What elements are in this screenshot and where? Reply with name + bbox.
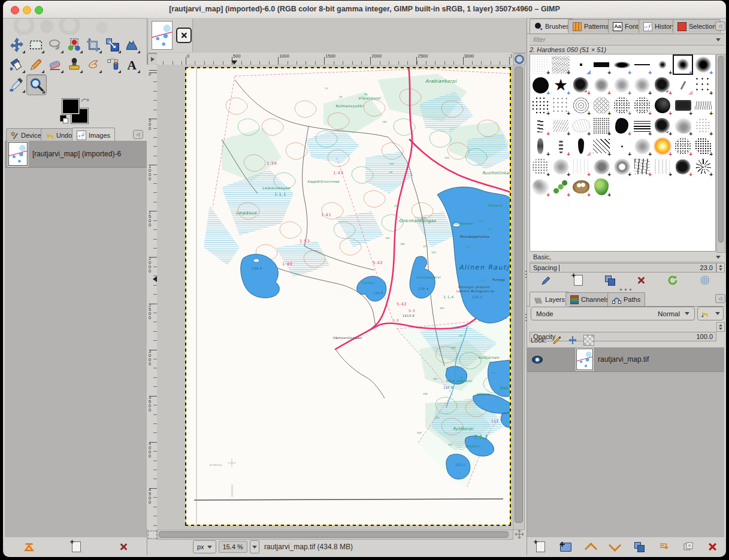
brush-item-splat-soft[interactable]: +: [632, 75, 652, 95]
brush-item-soft-blob[interactable]: +: [632, 136, 652, 156]
image-list-item[interactable]: [rautjarvi_map] (imported)-6: [5, 141, 147, 168]
brush-item-splat-dark[interactable]: +: [652, 75, 673, 95]
brush-item-diag-lines[interactable]: +: [591, 136, 612, 156]
brush-item-pepper[interactable]: +: [591, 177, 612, 197]
duplicate-brush-button[interactable]: [605, 276, 615, 285]
dock-drag-handle[interactable]: [620, 289, 634, 290]
brush-item-rough-rect[interactable]: +: [673, 95, 693, 116]
minimize-window-button[interactable]: [23, 6, 31, 14]
brush-item-hlines[interactable]: +: [632, 116, 652, 136]
delete-brush-button[interactable]: [637, 276, 645, 284]
spacing-spinner[interactable]: [716, 263, 725, 273]
tool-pencil[interactable]: [26, 55, 46, 74]
refresh-brushes-button[interactable]: [667, 275, 678, 286]
brush-item-smoke[interactable]: +: [673, 116, 693, 136]
image-tab-active[interactable]: [149, 19, 193, 52]
brush-item-ring-blob[interactable]: +: [612, 156, 632, 177]
tool-free-select[interactable]: [46, 35, 65, 55]
tool-rectangle-select[interactable]: [26, 35, 46, 55]
brush-item-dot-grid[interactable]: +: [550, 95, 571, 116]
tool-clone[interactable]: [65, 55, 84, 74]
spacing-slider[interactable]: Spacing 23.0: [530, 263, 716, 273]
brush-item-bar[interactable]: +: [591, 55, 612, 75]
tool-bucket-fill[interactable]: [7, 55, 26, 74]
brush-item-speckle[interactable]: +: [673, 136, 693, 156]
default-colors-icon[interactable]: [60, 115, 66, 122]
brush-item-speckle[interactable]: +: [612, 95, 632, 116]
tool-unified-transform[interactable]: [103, 35, 122, 55]
quick-mask-toggle[interactable]: [148, 531, 157, 539]
layer-row[interactable]: rautjarvi_map.tif: [527, 347, 724, 372]
brush-item-figs-faint[interactable]: +: [652, 156, 673, 177]
delete-image-button[interactable]: [119, 543, 128, 551]
new-layer-button[interactable]: [536, 541, 545, 552]
brush-item-soft-s[interactable]: +: [652, 55, 673, 75]
tool-move[interactable]: [7, 35, 26, 55]
brush-preset-dropdown[interactable]: Basic,: [530, 252, 724, 262]
vertical-scrollbar-thumb[interactable]: [515, 66, 523, 523]
brush-item-sun[interactable]: +: [652, 136, 673, 156]
zoom-dropdown-button[interactable]: [250, 540, 259, 553]
dock-menu-button[interactable]: ◁: [133, 130, 143, 139]
brush-item-figures[interactable]: +: [632, 156, 652, 177]
brush-item-blob-tex[interactable]: +: [591, 156, 612, 177]
brush-item-tiny-dot[interactable]: +: [612, 136, 632, 156]
brush-item-fluff[interactable]: +: [530, 177, 550, 197]
vertical-ruler[interactable]: 05 0 01 0 0 01 5 0 02 0 0 02 5 0 03 0 0 …: [147, 65, 158, 529]
brush-item-marks[interactable]: +: [530, 116, 550, 136]
tool-color-picker[interactable]: [7, 74, 26, 94]
opacity-spinner[interactable]: [716, 322, 725, 332]
tab-channels[interactable]: Channels: [565, 292, 613, 306]
tab-paths[interactable]: Paths: [607, 292, 645, 306]
brush-item-figs-faint[interactable]: +: [571, 156, 591, 177]
lock-position-toggle[interactable]: [568, 335, 577, 345]
brush-item-tiny-square[interactable]: [571, 55, 591, 75]
brush-item-ink-streak[interactable]: [571, 136, 591, 156]
divider-grip[interactable]: [525, 270, 527, 278]
horizontal-ruler[interactable]: 0500100015002000250030003500: [157, 53, 512, 65]
brush-item-smear-v[interactable]: +: [530, 136, 550, 156]
title-bar[interactable]: [rautjarvi_map] (imported)-6.0 (RGB colo…: [3, 1, 726, 19]
horizontal-scrollbar-thumb[interactable]: [159, 531, 509, 538]
tab-patterns[interactable]: Patterns: [568, 19, 613, 33]
vertical-scrollbar[interactable]: [513, 65, 525, 530]
brush-item-soft-m[interactable]: +: [673, 55, 693, 75]
brush-item-blob-dark[interactable]: +: [673, 156, 693, 177]
tool-text[interactable]: A: [122, 55, 141, 74]
foreground-color-swatch[interactable]: [62, 99, 79, 114]
lock-pixels-toggle[interactable]: [552, 335, 562, 345]
tool-zoom[interactable]: [26, 74, 47, 95]
canvas-menu-button[interactable]: [147, 53, 158, 65]
new-brush-button[interactable]: [574, 275, 583, 286]
delete-layer-button[interactable]: [708, 542, 717, 551]
brush-item-star[interactable]: ★+: [550, 75, 571, 95]
tool-smudge[interactable]: [84, 55, 103, 74]
layer-mode-dropdown[interactable]: Mode Normal: [531, 307, 695, 320]
lower-layer-button[interactable]: [609, 538, 621, 551]
tab-selection[interactable]: Selection: [673, 19, 721, 33]
brush-item-soft-l[interactable]: +: [693, 55, 713, 75]
tool-eraser[interactable]: [46, 55, 65, 74]
tool-ink[interactable]: [103, 55, 122, 74]
close-window-button[interactable]: [11, 6, 19, 14]
brush-item-shaded-disc[interactable]: +: [652, 95, 673, 116]
brush-scrollbar-thumb[interactable]: [718, 56, 724, 243]
tool-crop[interactable]: [84, 35, 103, 55]
open-brush-as-image-button[interactable]: [700, 276, 710, 285]
tab-layers[interactable]: Layers: [530, 292, 570, 307]
swap-colors-icon[interactable]: [80, 97, 90, 104]
new-layer-group-button[interactable]: +: [560, 543, 571, 552]
raise-layer-button[interactable]: [585, 542, 597, 555]
brush-item-wilber[interactable]: +: [571, 177, 591, 197]
brush-item-sketch-animal[interactable]: +: [571, 116, 591, 136]
brush-item-splat[interactable]: +: [591, 75, 612, 95]
brush-item-noise-disc[interactable]: +: [530, 156, 550, 177]
image-canvas[interactable]: VilpankorpiKulmanvyykkiArabiankorpiRusth…: [186, 68, 510, 525]
navigation-preview-button[interactable]: [513, 53, 525, 65]
brush-item-splat-soft[interactable]: +: [612, 75, 632, 95]
pan-view-icon[interactable]: [514, 529, 525, 539]
brush-item-splat-dark[interactable]: +: [652, 116, 673, 136]
brush-item-ring-tex[interactable]: +: [571, 95, 591, 116]
merge-layer-button[interactable]: [659, 542, 668, 552]
brush-item-speckle-dark[interactable]: +: [693, 136, 713, 156]
